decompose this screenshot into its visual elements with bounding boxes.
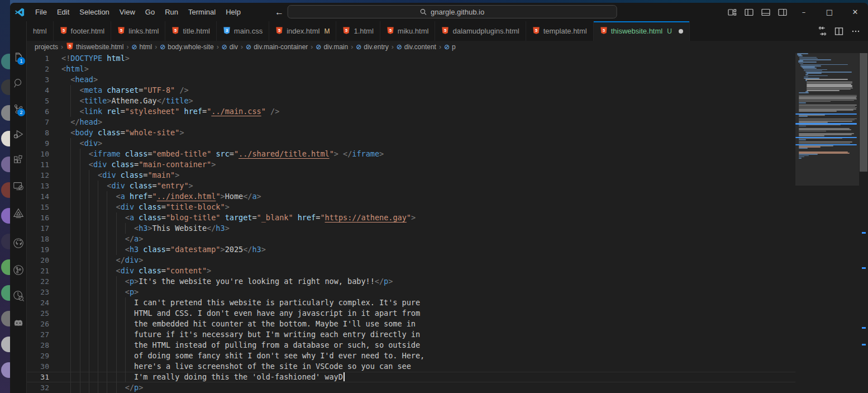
line-number: 20 [27,255,61,266]
breadcrumb-item-div.entry[interactable]: ⊘div.entry [356,43,389,51]
a-triangle-extension-activity-item[interactable] [10,203,27,222]
breadcrumb-item-projects[interactable]: projects [35,43,58,51]
breadcrumb-item-html[interactable]: ⊘html [131,43,152,51]
nav-back-icon[interactable]: ← [275,7,284,17]
breadcrumb-item-p[interactable]: ⊘p [444,43,456,51]
menu-file[interactable]: File [30,3,52,21]
split-editor-icon[interactable] [832,25,846,38]
tab-thiswebsite.html[interactable]: 5thiswebsite.htmlU [594,21,690,41]
command-center-search[interactable]: gnargle.github.io [288,5,617,18]
code-line-4[interactable]: 4 <meta charset="UTF-8" /> [27,85,795,96]
open-changes-icon[interactable] [815,25,829,38]
more-actions-icon[interactable] [849,25,862,38]
tab-1.html[interactable]: 51.html [336,21,380,41]
line-number: 17 [27,223,61,234]
menu-view[interactable]: View [115,3,140,21]
customize-layout-icon[interactable] [724,3,741,21]
run-debug-activity-item[interactable] [10,125,27,144]
breadcrumb-item-div[interactable]: ⊘div [222,43,238,51]
code-line-10[interactable]: 10 <iframe class="embed-title" src="../s… [27,149,795,159]
html-file-icon: 5 [600,26,608,36]
code-line-21[interactable]: 21 <div class="content"> [27,266,795,276]
code-line-19[interactable]: 19 <h3 class="datestamp">2025</h3> [27,244,795,255]
menu-edit[interactable]: Edit [52,3,74,21]
code-line-17[interactable]: 17 <h3>This Website</h3> [27,223,795,234]
breadcrumb-separator-icon: › [61,43,63,51]
tab-title.html[interactable]: 5title.html [165,21,216,41]
line-number: 8 [27,127,61,138]
close-button[interactable]: ✕ [842,3,868,21]
github-activity-item[interactable] [10,234,27,253]
code-line-18[interactable]: 18 </a> [27,234,795,244]
code-line-3[interactable]: 3 <head> [27,74,795,85]
search-activity-item[interactable] [10,74,27,93]
scrollbar-thumb[interactable] [860,53,867,172]
code-line-27[interactable]: 27 future if it's necessary but I'm writ… [27,329,795,340]
tab-html[interactable]: html [27,21,54,41]
tab-dalamudplugins.html[interactable]: 5dalamudplugins.html [435,21,526,41]
godot-tools-icon [12,316,25,329]
breadcrumb-item-thiswebsite.html[interactable]: 5thiswebsite.html [66,42,123,52]
tab-footer.html[interactable]: 5footer.html [54,21,112,41]
tab-index.html[interactable]: 5index.htmlM [269,21,336,41]
code-line-8[interactable]: 8 <body class="whole-site"> [27,127,795,138]
code-line-29[interactable]: 29 of doing some fancy shit I don't see … [27,351,795,361]
remote-explorer-activity-item[interactable] [10,177,27,196]
code-line-14[interactable]: 14 <a href="../index.html">Home</a> [27,191,795,202]
breadcrumb-separator-icon: › [126,43,128,51]
menu-run[interactable]: Run [160,3,183,21]
code-line-30[interactable]: 30 here's a live screenshot of the site … [27,361,795,372]
breadcrumb-item-body.whole-site[interactable]: ⊘body.whole-site [160,43,214,51]
code-line-15[interactable]: 15 <div class="title-block"> [27,202,795,212]
files-activity-item[interactable]: 1 [10,48,27,67]
source-control-activity-item[interactable]: 2 [10,100,27,119]
code-line-25[interactable]: 25 HTML and CSS. I don't even have any j… [27,308,795,319]
code-line-6[interactable]: 6 <link rel="stylesheet" href="../main.c… [27,106,795,117]
code-line-9[interactable]: 9 <div> [27,138,795,149]
toggle-panel-icon[interactable] [757,3,774,21]
minimize-button[interactable]: – [791,3,817,21]
git-graph-activity-item[interactable] [10,261,27,280]
toggle-primary-sidebar-icon[interactable] [741,3,757,21]
menu-help[interactable]: Help [221,3,246,21]
code-line-28[interactable]: 28 the HTML instead of pulling from a da… [27,340,795,351]
code-line-24[interactable]: 24 I can't pretend this website is parti… [27,297,795,308]
code-line-11[interactable]: 11 <div class="main-container"> [27,159,795,170]
code-line-23[interactable]: 23 <p> [27,287,795,297]
menu-go[interactable]: Go [140,3,160,21]
code-line-22[interactable]: 22 <p>It's the website you're looking at… [27,276,795,287]
code-line-31[interactable]: 31 I'm really doing this the 'old-fashio… [27,372,795,382]
menu-selection[interactable]: Selection [74,3,114,21]
minimap-slider[interactable] [795,53,859,186]
godot-tools-activity-item[interactable] [10,313,27,332]
maximize-button[interactable]: □ [817,3,842,21]
tab-template.html[interactable]: 5template.html [526,21,594,41]
code-line-12[interactable]: 12 <div class="main"> [27,170,795,181]
code-line-1[interactable]: 1<!DOCTYPE html> [27,53,795,64]
html-file-icon: 5 [60,26,68,36]
code-lines: 1<!DOCTYPE html>2<html>3 <head>4 <meta c… [27,53,795,393]
toggle-secondary-sidebar-icon[interactable] [774,3,791,21]
tab-main.css[interactable]: 3main.css [217,21,269,41]
code-line-7[interactable]: 7 </head> [27,117,795,127]
menu-terminal[interactable]: Terminal [183,3,221,21]
code-line-26[interactable]: 26 the embedded hit counter at the botto… [27,319,795,329]
code-line-5[interactable]: 5 <title>Athene.Gay</title> [27,96,795,106]
gitlens-activity-item[interactable] [10,286,27,305]
vertical-scrollbar[interactable] [859,53,868,393]
tab-links.html[interactable]: 5links.html [111,21,165,41]
code-line-32[interactable]: 32 </p> [27,382,795,393]
breadcrumb-item-div.main-container[interactable]: ⊘div.main-container [246,43,308,51]
code-line-2[interactable]: 2<html> [27,64,795,74]
code-line-20[interactable]: 20 </div> [27,255,795,266]
extensions-activity-item[interactable] [10,151,27,170]
breadcrumb-item-div.content[interactable]: ⊘div.content [397,43,436,51]
code-editor[interactable]: 1<!DOCTYPE html>2<html>3 <head>4 <meta c… [27,53,868,393]
source-control-icon: 2 [12,103,25,115]
breadcrumb-item-div.main[interactable]: ⊘div.main [316,43,348,51]
tab-miku.html[interactable]: 5miku.html [380,21,436,41]
code-line-13[interactable]: 13 <div class="entry"> [27,181,795,191]
minimap[interactable] [795,53,859,393]
search-icon [12,77,25,89]
code-line-16[interactable]: 16 <a class="blog-title" target="_blank"… [27,212,795,223]
